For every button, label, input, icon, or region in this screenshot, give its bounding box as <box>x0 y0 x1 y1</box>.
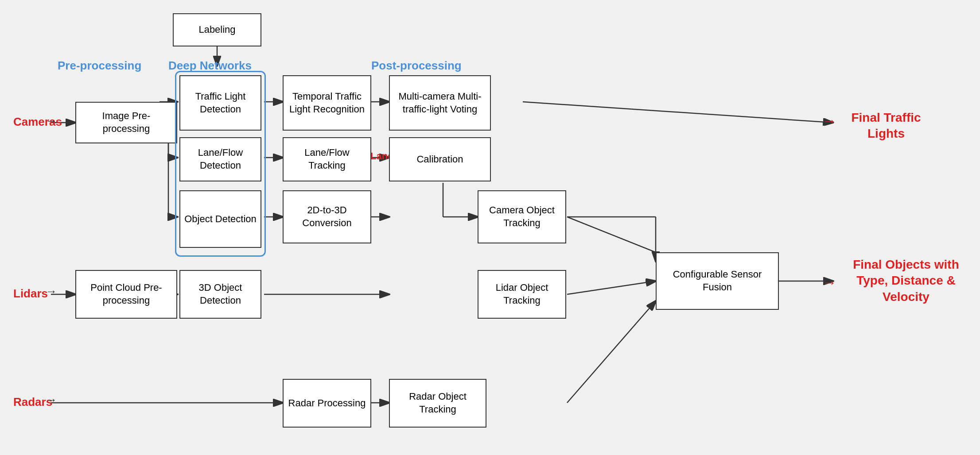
final-objects-label: Final Objects with Type, Distance & Velo… <box>842 257 970 305</box>
lidars-arrow-icon: → <box>46 285 57 298</box>
svg-line-19 <box>567 281 656 294</box>
lane-flow-tracking-box: Lane/Flow Tracking <box>283 137 371 181</box>
svg-line-20 <box>567 301 656 403</box>
svg-line-17 <box>523 102 833 123</box>
image-preprocessing-box: Image Pre-processing <box>75 102 177 143</box>
diagram: Pre-processing Deep Networks Post-proces… <box>0 0 980 455</box>
lidars-label: Lidars <box>13 287 48 301</box>
radar-processing-box: Radar Processing <box>283 379 371 428</box>
2d-3d-conversion-box: 2D-to-3D Conversion <box>283 190 371 243</box>
final-objects-arrow-icon: → <box>822 274 836 291</box>
radar-object-tracking-box: Radar Object Tracking <box>389 379 486 428</box>
traffic-light-detection-box: Traffic Light Detection <box>179 75 261 131</box>
lidar-object-tracking-box: Lidar Object Tracking <box>478 270 566 319</box>
preprocessing-label: Pre-processing <box>58 59 141 73</box>
object-detection-box: Object Detection <box>179 190 261 248</box>
final-traffic-lights-label: Final Traffic Lights <box>842 110 930 142</box>
multi-camera-box: Multi-camera Multi-traffic-light Voting <box>389 75 491 131</box>
final-traffic-arrow-icon: → <box>822 113 836 129</box>
post-processing-label: Post-processing <box>371 59 462 73</box>
labeling-box: Labeling <box>173 13 261 46</box>
calibration-box: Calibration <box>389 137 491 181</box>
3d-object-detection-box: 3D Object Detection <box>179 270 261 319</box>
radars-arrow-icon: → <box>46 393 57 407</box>
configurable-sensor-fusion-box: Configurable Sensor Fusion <box>656 252 779 310</box>
point-cloud-box: Point Cloud Pre-processing <box>75 270 177 319</box>
cameras-arrow-icon: → <box>46 114 57 128</box>
temporal-traffic-box: Temporal Traffic Light Recognition <box>283 75 371 131</box>
camera-object-tracking-box: Camera Object Tracking <box>478 190 566 243</box>
lane-flow-detection-box: Lane/Flow Detection <box>179 137 261 181</box>
